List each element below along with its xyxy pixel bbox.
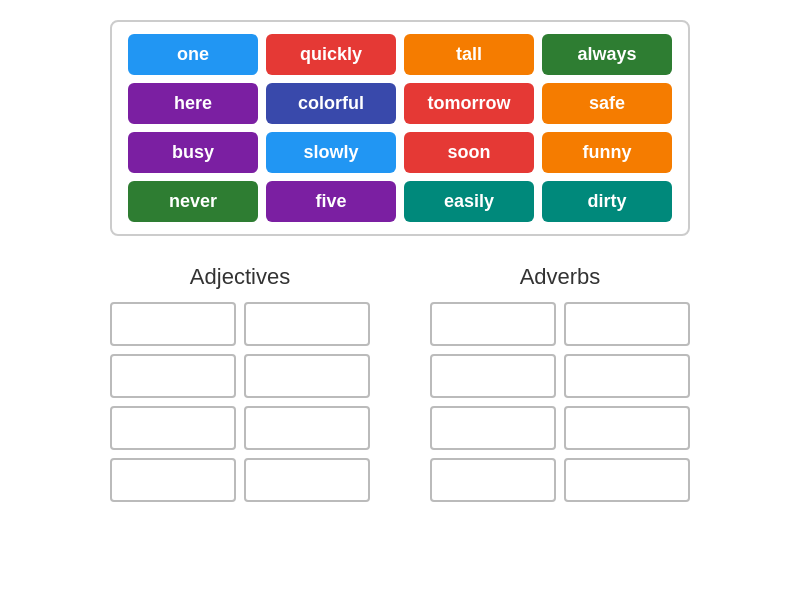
adjectives-drop-zone-1[interactable] xyxy=(244,302,370,346)
word-tile-one[interactable]: one xyxy=(128,34,258,75)
word-tile-tomorrow[interactable]: tomorrow xyxy=(404,83,534,124)
word-tile-safe[interactable]: safe xyxy=(542,83,672,124)
adverbs-drop-zone-5[interactable] xyxy=(564,406,690,450)
adverbs-drop-zone-2[interactable] xyxy=(430,354,556,398)
adverbs-drop-grid xyxy=(430,302,690,502)
word-tile-funny[interactable]: funny xyxy=(542,132,672,173)
adverbs-drop-zone-3[interactable] xyxy=(564,354,690,398)
word-tile-colorful[interactable]: colorful xyxy=(266,83,396,124)
adverbs-drop-zone-0[interactable] xyxy=(430,302,556,346)
word-tile-never[interactable]: never xyxy=(128,181,258,222)
word-tile-tall[interactable]: tall xyxy=(404,34,534,75)
word-tile-slowly[interactable]: slowly xyxy=(266,132,396,173)
adjectives-drop-zone-5[interactable] xyxy=(244,406,370,450)
word-tile-always[interactable]: always xyxy=(542,34,672,75)
adverbs-drop-zone-1[interactable] xyxy=(564,302,690,346)
adjectives-drop-zone-4[interactable] xyxy=(110,406,236,450)
word-bank: onequicklytallalwaysherecolorfultomorrow… xyxy=(110,20,690,236)
word-tile-easily[interactable]: easily xyxy=(404,181,534,222)
adjectives-drop-zone-3[interactable] xyxy=(244,354,370,398)
word-tile-busy[interactable]: busy xyxy=(128,132,258,173)
word-tile-soon[interactable]: soon xyxy=(404,132,534,173)
adjectives-drop-zone-6[interactable] xyxy=(110,458,236,502)
adverbs-drop-zone-7[interactable] xyxy=(564,458,690,502)
word-tile-dirty[interactable]: dirty xyxy=(542,181,672,222)
adverbs-title: Adverbs xyxy=(430,264,690,290)
word-tile-here[interactable]: here xyxy=(128,83,258,124)
adverbs-category: Adverbs xyxy=(430,264,690,502)
adjectives-drop-zone-0[interactable] xyxy=(110,302,236,346)
categories-area: Adjectives Adverbs xyxy=(110,264,690,502)
adverbs-drop-zone-6[interactable] xyxy=(430,458,556,502)
adverbs-drop-zone-4[interactable] xyxy=(430,406,556,450)
adjectives-category: Adjectives xyxy=(110,264,370,502)
adjectives-drop-zone-7[interactable] xyxy=(244,458,370,502)
adjectives-title: Adjectives xyxy=(110,264,370,290)
word-tile-quickly[interactable]: quickly xyxy=(266,34,396,75)
word-tile-five[interactable]: five xyxy=(266,181,396,222)
adjectives-drop-grid xyxy=(110,302,370,502)
adjectives-drop-zone-2[interactable] xyxy=(110,354,236,398)
